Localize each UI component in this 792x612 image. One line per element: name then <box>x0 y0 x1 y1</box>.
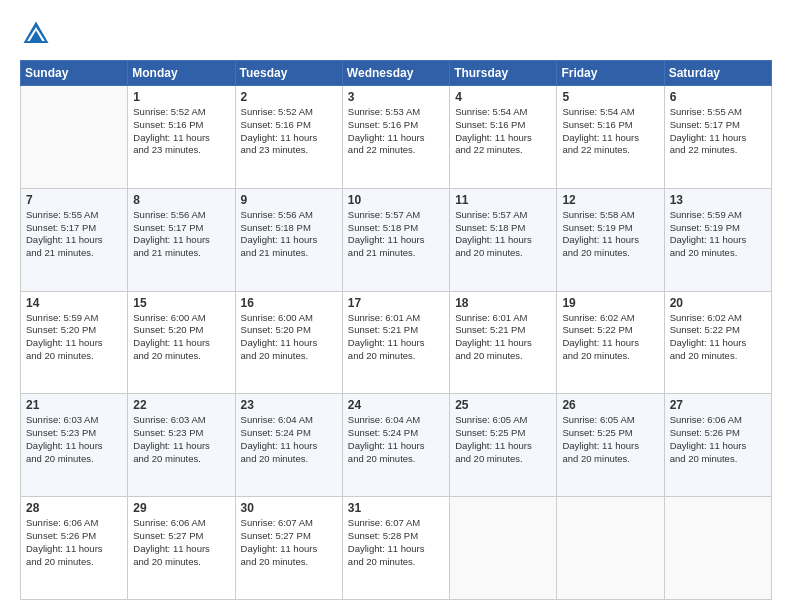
cell-date-number: 16 <box>241 296 337 310</box>
calendar-table: SundayMondayTuesdayWednesdayThursdayFrid… <box>20 60 772 600</box>
cell-date-number: 9 <box>241 193 337 207</box>
calendar-cell <box>557 497 664 600</box>
calendar-cell: 9Sunrise: 5:56 AMSunset: 5:18 PMDaylight… <box>235 188 342 291</box>
calendar-cell: 2Sunrise: 5:52 AMSunset: 5:16 PMDaylight… <box>235 86 342 189</box>
cell-date-number: 11 <box>455 193 551 207</box>
cell-date-number: 15 <box>133 296 229 310</box>
calendar-cell: 14Sunrise: 5:59 AMSunset: 5:20 PMDayligh… <box>21 291 128 394</box>
cell-info: Sunrise: 6:01 AMSunset: 5:21 PMDaylight:… <box>348 312 444 363</box>
cell-info: Sunrise: 6:06 AMSunset: 5:27 PMDaylight:… <box>133 517 229 568</box>
calendar-cell: 30Sunrise: 6:07 AMSunset: 5:27 PMDayligh… <box>235 497 342 600</box>
calendar-week-row: 21Sunrise: 6:03 AMSunset: 5:23 PMDayligh… <box>21 394 772 497</box>
calendar-cell: 16Sunrise: 6:00 AMSunset: 5:20 PMDayligh… <box>235 291 342 394</box>
cell-info: Sunrise: 6:02 AMSunset: 5:22 PMDaylight:… <box>562 312 658 363</box>
calendar-cell: 13Sunrise: 5:59 AMSunset: 5:19 PMDayligh… <box>664 188 771 291</box>
calendar-cell: 15Sunrise: 6:00 AMSunset: 5:20 PMDayligh… <box>128 291 235 394</box>
cell-info: Sunrise: 6:06 AMSunset: 5:26 PMDaylight:… <box>26 517 122 568</box>
cell-info: Sunrise: 5:52 AMSunset: 5:16 PMDaylight:… <box>241 106 337 157</box>
calendar-week-row: 14Sunrise: 5:59 AMSunset: 5:20 PMDayligh… <box>21 291 772 394</box>
calendar-cell: 26Sunrise: 6:05 AMSunset: 5:25 PMDayligh… <box>557 394 664 497</box>
cell-date-number: 13 <box>670 193 766 207</box>
cell-date-number: 12 <box>562 193 658 207</box>
cell-date-number: 18 <box>455 296 551 310</box>
calendar-cell: 5Sunrise: 5:54 AMSunset: 5:16 PMDaylight… <box>557 86 664 189</box>
cell-date-number: 17 <box>348 296 444 310</box>
header <box>20 18 772 50</box>
cell-info: Sunrise: 6:05 AMSunset: 5:25 PMDaylight:… <box>562 414 658 465</box>
cell-date-number: 26 <box>562 398 658 412</box>
calendar-cell: 17Sunrise: 6:01 AMSunset: 5:21 PMDayligh… <box>342 291 449 394</box>
logo-icon <box>20 18 52 50</box>
calendar-cell <box>450 497 557 600</box>
cell-info: Sunrise: 5:56 AMSunset: 5:18 PMDaylight:… <box>241 209 337 260</box>
cell-date-number: 5 <box>562 90 658 104</box>
cell-info: Sunrise: 6:04 AMSunset: 5:24 PMDaylight:… <box>348 414 444 465</box>
cell-date-number: 22 <box>133 398 229 412</box>
cell-date-number: 24 <box>348 398 444 412</box>
cell-info: Sunrise: 5:53 AMSunset: 5:16 PMDaylight:… <box>348 106 444 157</box>
cell-info: Sunrise: 6:07 AMSunset: 5:27 PMDaylight:… <box>241 517 337 568</box>
cell-date-number: 31 <box>348 501 444 515</box>
cell-info: Sunrise: 6:05 AMSunset: 5:25 PMDaylight:… <box>455 414 551 465</box>
cell-info: Sunrise: 5:58 AMSunset: 5:19 PMDaylight:… <box>562 209 658 260</box>
calendar-cell <box>21 86 128 189</box>
calendar-cell: 31Sunrise: 6:07 AMSunset: 5:28 PMDayligh… <box>342 497 449 600</box>
calendar-cell: 6Sunrise: 5:55 AMSunset: 5:17 PMDaylight… <box>664 86 771 189</box>
cell-info: Sunrise: 5:59 AMSunset: 5:20 PMDaylight:… <box>26 312 122 363</box>
cell-date-number: 10 <box>348 193 444 207</box>
cell-date-number: 25 <box>455 398 551 412</box>
calendar-cell: 22Sunrise: 6:03 AMSunset: 5:23 PMDayligh… <box>128 394 235 497</box>
calendar-cell: 19Sunrise: 6:02 AMSunset: 5:22 PMDayligh… <box>557 291 664 394</box>
weekday-header: Thursday <box>450 61 557 86</box>
calendar-cell: 20Sunrise: 6:02 AMSunset: 5:22 PMDayligh… <box>664 291 771 394</box>
cell-date-number: 8 <box>133 193 229 207</box>
cell-info: Sunrise: 6:00 AMSunset: 5:20 PMDaylight:… <box>241 312 337 363</box>
cell-info: Sunrise: 6:00 AMSunset: 5:20 PMDaylight:… <box>133 312 229 363</box>
calendar-cell: 18Sunrise: 6:01 AMSunset: 5:21 PMDayligh… <box>450 291 557 394</box>
cell-info: Sunrise: 5:55 AMSunset: 5:17 PMDaylight:… <box>26 209 122 260</box>
cell-date-number: 2 <box>241 90 337 104</box>
calendar-week-row: 1Sunrise: 5:52 AMSunset: 5:16 PMDaylight… <box>21 86 772 189</box>
calendar-cell: 7Sunrise: 5:55 AMSunset: 5:17 PMDaylight… <box>21 188 128 291</box>
cell-date-number: 30 <box>241 501 337 515</box>
calendar-cell: 11Sunrise: 5:57 AMSunset: 5:18 PMDayligh… <box>450 188 557 291</box>
cell-info: Sunrise: 6:02 AMSunset: 5:22 PMDaylight:… <box>670 312 766 363</box>
cell-info: Sunrise: 5:55 AMSunset: 5:17 PMDaylight:… <box>670 106 766 157</box>
calendar-cell: 21Sunrise: 6:03 AMSunset: 5:23 PMDayligh… <box>21 394 128 497</box>
cell-date-number: 6 <box>670 90 766 104</box>
page: SundayMondayTuesdayWednesdayThursdayFrid… <box>0 0 792 612</box>
calendar-cell: 25Sunrise: 6:05 AMSunset: 5:25 PMDayligh… <box>450 394 557 497</box>
calendar-cell: 23Sunrise: 6:04 AMSunset: 5:24 PMDayligh… <box>235 394 342 497</box>
cell-date-number: 19 <box>562 296 658 310</box>
cell-info: Sunrise: 6:03 AMSunset: 5:23 PMDaylight:… <box>26 414 122 465</box>
cell-date-number: 27 <box>670 398 766 412</box>
logo <box>20 18 56 50</box>
cell-date-number: 1 <box>133 90 229 104</box>
cell-date-number: 23 <box>241 398 337 412</box>
calendar-cell: 12Sunrise: 5:58 AMSunset: 5:19 PMDayligh… <box>557 188 664 291</box>
calendar-cell <box>664 497 771 600</box>
cell-date-number: 3 <box>348 90 444 104</box>
calendar-cell: 10Sunrise: 5:57 AMSunset: 5:18 PMDayligh… <box>342 188 449 291</box>
cell-date-number: 7 <box>26 193 122 207</box>
cell-info: Sunrise: 5:54 AMSunset: 5:16 PMDaylight:… <box>562 106 658 157</box>
calendar-cell: 27Sunrise: 6:06 AMSunset: 5:26 PMDayligh… <box>664 394 771 497</box>
weekday-header: Friday <box>557 61 664 86</box>
calendar-cell: 8Sunrise: 5:56 AMSunset: 5:17 PMDaylight… <box>128 188 235 291</box>
calendar-week-row: 28Sunrise: 6:06 AMSunset: 5:26 PMDayligh… <box>21 497 772 600</box>
cell-info: Sunrise: 5:52 AMSunset: 5:16 PMDaylight:… <box>133 106 229 157</box>
cell-date-number: 4 <box>455 90 551 104</box>
cell-info: Sunrise: 5:54 AMSunset: 5:16 PMDaylight:… <box>455 106 551 157</box>
calendar-cell: 1Sunrise: 5:52 AMSunset: 5:16 PMDaylight… <box>128 86 235 189</box>
weekday-header: Wednesday <box>342 61 449 86</box>
weekday-header: Tuesday <box>235 61 342 86</box>
cell-info: Sunrise: 6:04 AMSunset: 5:24 PMDaylight:… <box>241 414 337 465</box>
cell-date-number: 20 <box>670 296 766 310</box>
cell-info: Sunrise: 5:56 AMSunset: 5:17 PMDaylight:… <box>133 209 229 260</box>
cell-info: Sunrise: 5:57 AMSunset: 5:18 PMDaylight:… <box>348 209 444 260</box>
calendar-cell: 28Sunrise: 6:06 AMSunset: 5:26 PMDayligh… <box>21 497 128 600</box>
cell-info: Sunrise: 5:59 AMSunset: 5:19 PMDaylight:… <box>670 209 766 260</box>
calendar-week-row: 7Sunrise: 5:55 AMSunset: 5:17 PMDaylight… <box>21 188 772 291</box>
cell-date-number: 21 <box>26 398 122 412</box>
weekday-header: Sunday <box>21 61 128 86</box>
